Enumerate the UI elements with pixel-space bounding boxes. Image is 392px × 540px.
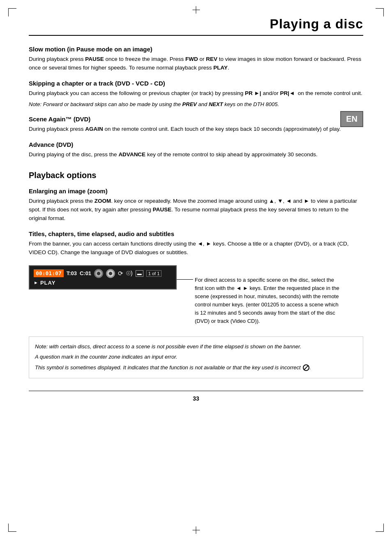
refresh-icon: ⟳ (118, 270, 123, 277)
section-advance: Advance (DVD) During playing of the disc… (29, 141, 363, 159)
disc-icon (94, 269, 103, 278)
note-skipping: Note: Forward or backward skips can also… (29, 100, 363, 109)
audio-icon: ⦾) (126, 270, 133, 277)
note-2: A question mark in the counter zone indi… (35, 353, 357, 361)
corner-mark-tl (8, 8, 16, 16)
crosshair-bottom (196, 526, 196, 534)
crosshair-top (196, 6, 196, 14)
banner-top-row: 00:01:07 T:03 C:01 ⟳ ⦾) ▬ (34, 269, 172, 278)
en-badge: EN (340, 111, 363, 127)
section-slow-motion: Slow motion (in Pause mode on an image) … (29, 46, 363, 72)
page-title-bar: Playing a disc (29, 16, 363, 36)
heading-slow-motion: Slow motion (in Pause mode on an image) (29, 46, 363, 53)
body-advance: During playing of the disc, press the AD… (29, 151, 363, 159)
play-label: PLAY (40, 280, 55, 286)
note-1: Note: with certain discs, direct access … (35, 343, 357, 351)
subtitle-icon: ▬ (136, 270, 143, 277)
arrow-container (177, 276, 193, 280)
banner-screen: 00:01:07 T:03 C:01 ⟳ ⦾) ▬ (29, 265, 177, 290)
section-scene-again: Scene Again™ (DVD) During playback press… (29, 116, 363, 134)
banner-caption: For direct access to a specific scene on… (195, 276, 343, 326)
section-playback-options: Playback options Enlarging an image (zoo… (29, 171, 363, 328)
page-number: 33 (29, 391, 363, 402)
heading-skipping: Skipping a chapter or a track (DVD - VCD… (29, 80, 363, 87)
corner-mark-tr (376, 8, 384, 16)
corner-mark-br (376, 524, 384, 532)
body-titles-chapters: From the banner, you can access certain … (29, 240, 363, 257)
note-3: This symbol is sometimes displayed. It i… (35, 364, 357, 372)
no-symbol-icon (303, 364, 309, 371)
subsection-zoom: Enlarging an image (zoom) During playbac… (29, 188, 363, 223)
heading-zoom: Enlarging an image (zoom) (29, 188, 363, 195)
body-scene-again: During playback press AGAIN on the remot… (29, 125, 363, 134)
banner-play-row: ► PLAY (34, 280, 172, 286)
banner-track: T:03 (67, 270, 77, 276)
disc-icon-2 (106, 269, 115, 278)
page-title: Playing a disc (270, 16, 363, 32)
banner-time: 00:01:07 (34, 269, 64, 277)
section-skipping: Skipping a chapter or a track (DVD - VCD… (29, 80, 363, 108)
banner-section: 00:01:07 T:03 C:01 ⟳ ⦾) ▬ (29, 265, 363, 328)
heading-playback-options: Playback options (29, 171, 363, 180)
corner-mark-bl (8, 524, 16, 532)
banner-caption-area: For direct access to a specific scene on… (177, 276, 363, 328)
notes-section: Note: with certain discs, direct access … (29, 336, 363, 379)
body-zoom: During playback press the ZOOM. key once… (29, 197, 363, 223)
subsection-titles-chapters: Titles, chapters, time elapsed, audio an… (29, 230, 363, 257)
body-slow-motion: During playback press PAUSE once to free… (29, 55, 363, 72)
heading-advance: Advance (DVD) (29, 141, 363, 148)
track-of: 1 of 1 (146, 270, 162, 277)
body-skipping: During playback you can access the follo… (29, 89, 363, 98)
banner-display: 00:01:07 T:03 C:01 ⟳ ⦾) ▬ (29, 265, 177, 290)
banner-chapter: C:01 (80, 270, 91, 276)
play-icon: ► (34, 280, 38, 285)
heading-scene-again: Scene Again™ (DVD) (29, 116, 363, 123)
heading-titles-chapters: Titles, chapters, time elapsed, audio an… (29, 230, 363, 237)
arrow-line (177, 279, 193, 280)
